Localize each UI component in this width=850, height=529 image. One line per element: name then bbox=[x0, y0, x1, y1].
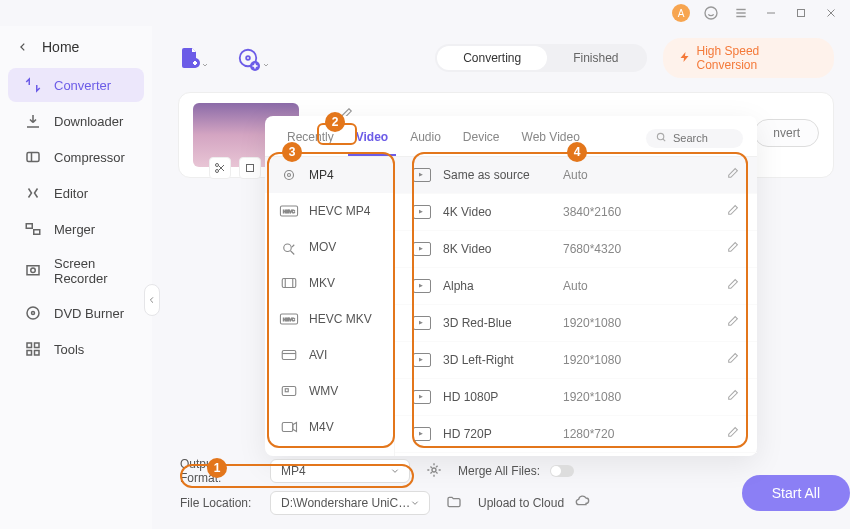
sidebar-item-compressor[interactable]: Compressor bbox=[8, 140, 144, 174]
format-item[interactable]: HEVCHEVC MKV bbox=[265, 301, 394, 337]
svg-line-30 bbox=[663, 138, 665, 140]
resolution-list[interactable]: Same as sourceAuto4K Video3840*21608K Vi… bbox=[395, 157, 757, 456]
svg-line-36 bbox=[291, 251, 295, 255]
add-dvd-button[interactable] bbox=[236, 46, 259, 70]
search-box[interactable] bbox=[646, 129, 743, 148]
cloud-icon[interactable] bbox=[574, 494, 590, 513]
svg-point-29 bbox=[657, 133, 663, 139]
format-label: AVI bbox=[309, 348, 327, 362]
annotation-2: 2 bbox=[325, 112, 345, 132]
settings-icon[interactable] bbox=[426, 462, 442, 481]
sidebar-item-merger[interactable]: Merger bbox=[8, 212, 144, 246]
sidebar-item-screen-recorder[interactable]: Screen Recorder bbox=[8, 248, 144, 294]
output-format-select[interactable]: MP4 bbox=[270, 459, 410, 483]
play-icon bbox=[413, 205, 431, 219]
home-label[interactable]: Home bbox=[42, 39, 79, 55]
format-item[interactable]: MOV bbox=[265, 229, 394, 265]
segmented-control: Converting Finished bbox=[435, 44, 646, 72]
resolution-name: 3D Left-Right bbox=[443, 353, 563, 367]
svg-point-14 bbox=[27, 307, 39, 319]
sidebar-item-converter[interactable]: Converter bbox=[8, 68, 144, 102]
format-label: M4V bbox=[309, 420, 334, 434]
crop-button[interactable] bbox=[239, 157, 261, 179]
resolution-item[interactable]: Same as sourceAuto bbox=[395, 157, 757, 194]
merge-label: Merge All Files: bbox=[458, 464, 540, 478]
edit-icon[interactable] bbox=[726, 167, 739, 183]
maximize-icon[interactable] bbox=[792, 4, 810, 22]
support-icon[interactable] bbox=[702, 4, 720, 22]
tab-video[interactable]: Video bbox=[348, 126, 396, 156]
file-location-select[interactable]: D:\Wondershare UniConverter 1 bbox=[270, 491, 430, 515]
file-location-value: D:\Wondershare UniConverter 1 bbox=[281, 496, 411, 510]
format-list[interactable]: MP4HEVCHEVC MP4MOVMKVHEVCHEVC MKVAVIWMVM… bbox=[265, 157, 395, 456]
folder-icon[interactable] bbox=[446, 494, 462, 513]
tab-finished[interactable]: Finished bbox=[547, 46, 644, 70]
sidebar-item-dvd-burner[interactable]: DVD Burner bbox=[8, 296, 144, 330]
tab-audio[interactable]: Audio bbox=[402, 126, 449, 156]
merge-toggle[interactable] bbox=[550, 465, 574, 477]
resolution-item[interactable]: HD 720P1280*720 bbox=[395, 416, 757, 453]
sidebar-item-editor[interactable]: Editor bbox=[8, 176, 144, 210]
format-icon: HEVC bbox=[279, 203, 299, 219]
format-item[interactable]: HEVCHEVC MP4 bbox=[265, 193, 394, 229]
format-icon bbox=[279, 239, 299, 255]
footer: Output Format: MP4 Merge All Files: File… bbox=[180, 457, 834, 521]
converter-icon bbox=[24, 76, 42, 94]
svg-rect-19 bbox=[35, 351, 40, 356]
sidebar-item-label: Converter bbox=[54, 78, 111, 93]
search-input[interactable] bbox=[673, 132, 733, 144]
resolution-item[interactable]: 8K Video7680*4320 bbox=[395, 231, 757, 268]
resolution-item[interactable]: 3D Left-Right1920*1080 bbox=[395, 342, 757, 379]
play-icon bbox=[413, 168, 431, 182]
edit-icon[interactable] bbox=[726, 315, 739, 331]
resolution-item[interactable]: AlphaAuto bbox=[395, 268, 757, 305]
sidebar-item-label: Screen Recorder bbox=[54, 256, 128, 286]
add-file-button[interactable] bbox=[178, 46, 202, 70]
edit-icon[interactable] bbox=[726, 241, 739, 257]
svg-marker-47 bbox=[293, 423, 297, 432]
svg-point-35 bbox=[284, 244, 292, 252]
format-item[interactable]: AVI bbox=[265, 337, 394, 373]
output-format-value: MP4 bbox=[281, 464, 306, 478]
high-speed-button[interactable]: High Speed Conversion bbox=[663, 38, 834, 78]
resolution-item[interactable]: 4K Video3840*2160 bbox=[395, 194, 757, 231]
format-icon bbox=[279, 275, 299, 291]
tab-device[interactable]: Device bbox=[455, 126, 508, 156]
resolution-dim: 1920*1080 bbox=[563, 390, 621, 404]
resolution-dim: 7680*4320 bbox=[563, 242, 621, 256]
topbar: Converting Finished High Speed Conversio… bbox=[178, 38, 834, 78]
bolt-icon bbox=[679, 51, 691, 66]
close-icon[interactable] bbox=[822, 4, 840, 22]
sidebar-item-downloader[interactable]: Downloader bbox=[8, 104, 144, 138]
svg-rect-44 bbox=[282, 387, 296, 396]
format-label: HEVC MKV bbox=[309, 312, 372, 326]
resolution-name: 3D Red-Blue bbox=[443, 316, 563, 330]
tab-converting[interactable]: Converting bbox=[437, 46, 547, 70]
menu-icon[interactable] bbox=[732, 4, 750, 22]
trim-button[interactable] bbox=[209, 157, 231, 179]
resolution-item[interactable]: 3D Red-Blue1920*1080 bbox=[395, 305, 757, 342]
sidebar-item-label: DVD Burner bbox=[54, 306, 124, 321]
edit-icon[interactable] bbox=[726, 278, 739, 294]
resolution-item[interactable]: HD 1080P1920*1080 bbox=[395, 379, 757, 416]
format-item[interactable]: MKV bbox=[265, 265, 394, 301]
format-item[interactable]: WMV bbox=[265, 373, 394, 409]
edit-icon[interactable] bbox=[726, 204, 739, 220]
sidebar-item-tools[interactable]: Tools bbox=[8, 332, 144, 366]
edit-icon[interactable] bbox=[726, 426, 739, 442]
minimize-icon[interactable] bbox=[762, 4, 780, 22]
format-label: HEVC MP4 bbox=[309, 204, 370, 218]
sidebar: Home Converter Downloader Compressor Edi… bbox=[0, 26, 152, 529]
format-item[interactable]: MP4 bbox=[265, 157, 394, 193]
back-icon[interactable] bbox=[18, 38, 28, 56]
convert-button[interactable]: nvert bbox=[754, 119, 819, 147]
play-icon bbox=[413, 279, 431, 293]
resolution-name: 8K Video bbox=[443, 242, 563, 256]
edit-icon[interactable] bbox=[726, 389, 739, 405]
upload-label: Upload to Cloud bbox=[478, 496, 564, 510]
format-label: MP4 bbox=[309, 168, 334, 182]
format-item[interactable]: M4V bbox=[265, 409, 394, 445]
edit-icon[interactable] bbox=[726, 352, 739, 368]
avatar[interactable]: A bbox=[672, 4, 690, 22]
format-label: MOV bbox=[309, 240, 336, 254]
